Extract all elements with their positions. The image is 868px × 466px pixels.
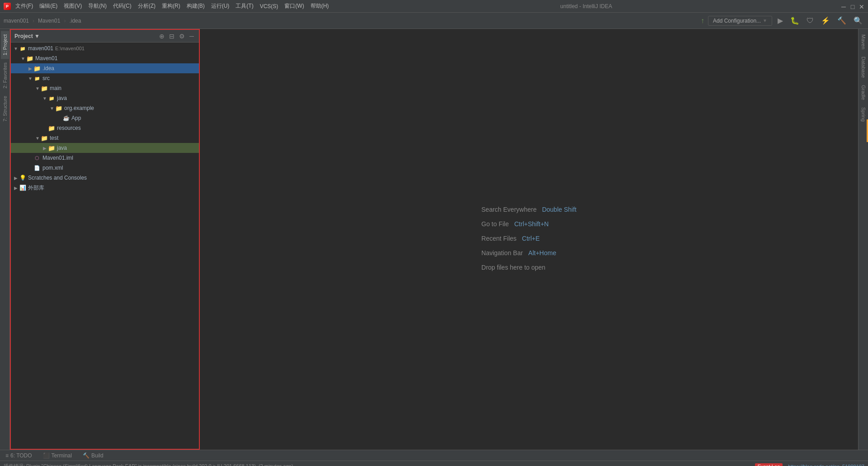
tree-item-idea[interactable]: ▶ 📁 .idea: [11, 63, 199, 73]
menu-view[interactable]: 视图(V): [61, 1, 85, 11]
build-tab[interactable]: 🔨 Build: [81, 452, 105, 460]
menu-edit[interactable]: 编辑(E): [37, 1, 60, 11]
status-right: Event Log https://blog.csdn.net/qq_51808…: [755, 463, 864, 466]
menu-tools[interactable]: 工具(T): [233, 1, 256, 11]
tree-item-scratches[interactable]: ▶ 💡 Scratches and Consoles: [11, 173, 199, 183]
arrow-org-example: ▼: [49, 105, 55, 111]
label-java-main: java: [57, 95, 67, 101]
java-class-icon-app: ☕: [62, 114, 70, 122]
path-maven001: E:\maven001: [55, 46, 85, 51]
menu-file[interactable]: 文件(F): [13, 1, 36, 11]
tree-item-main[interactable]: ▼ 📁 main: [11, 83, 199, 93]
welcome-content: Search Everywhere Double Shift Go to Fil…: [481, 203, 576, 276]
tree-item-maven01[interactable]: ▼ 📁 Maven01: [11, 53, 199, 63]
breadcrumb-sep2: ›: [64, 18, 66, 24]
welcome-row-nav: Navigation Bar Alt+Home: [481, 247, 576, 259]
label-maven01-iml: Maven01.iml: [42, 155, 73, 161]
iml-icon: ⬡: [33, 154, 41, 162]
menu-bar: 文件(F) 编辑(E) 视图(V) 导航(N) 代码(C) 分析(Z) 重构(R…: [13, 1, 331, 11]
breadcrumb-part3[interactable]: .idea: [69, 18, 81, 24]
tree-item-test[interactable]: ▼ 📁 test: [11, 133, 199, 143]
profile-button[interactable]: ⚡: [819, 15, 832, 26]
debug-button[interactable]: 🐛: [788, 15, 801, 26]
project-tree: ▼ 📁 maven001 E:\maven001 ▼ 📁 Maven01 ▶ 📁…: [11, 43, 199, 449]
label-test: test: [50, 135, 58, 141]
minimize-button[interactable]: ─: [841, 4, 846, 9]
intellij-logo: P: [4, 3, 11, 10]
spring-tool-tab[interactable]: Spring: [859, 104, 868, 125]
label-app: App: [71, 115, 81, 121]
menu-build[interactable]: 构建(B): [184, 1, 208, 11]
maximize-button[interactable]: □: [850, 4, 855, 9]
panel-collapse-button[interactable]: ⊟: [168, 33, 175, 40]
project-tool-tab[interactable]: 1: Project: [1, 31, 9, 59]
tree-item-external-lib[interactable]: ▶ 📊 外部库: [11, 183, 199, 193]
menu-help[interactable]: 帮助(H): [308, 1, 332, 11]
bottom-toolbar: ≡ 6: TODO ⬛ Terminal 🔨 Build: [0, 450, 868, 461]
menu-refactor[interactable]: 重构(R): [159, 1, 183, 11]
project-panel-title[interactable]: Project ▼: [14, 33, 156, 39]
search-everywhere-shortcut[interactable]: Double Shift: [542, 203, 576, 216]
terminal-tab[interactable]: ⬛ Terminal: [41, 452, 74, 460]
todo-tab[interactable]: ≡ 6: TODO: [4, 452, 34, 460]
gradle-tool-tab[interactable]: Gradle: [859, 81, 868, 104]
label-idea: .idea: [42, 65, 54, 71]
todo-number: ≡: [5, 452, 9, 459]
folder-icon-org-example: 📁: [55, 105, 62, 112]
tree-item-app[interactable]: ▶ ☕ App: [11, 113, 199, 123]
welcome-row-drop: Drop files here to open: [481, 261, 576, 274]
add-configuration-button[interactable]: Add Configuration... ▼: [708, 16, 772, 26]
tree-item-pom-xml[interactable]: ▶ 📄 pom.xml: [11, 163, 199, 173]
status-url[interactable]: https://blog.csdn.net/qq_51808107: [788, 464, 864, 466]
panel-hide-button[interactable]: ─: [188, 33, 195, 40]
welcome-row-goto: Go to File Ctrl+Shift+N: [481, 218, 576, 230]
favorites-tool-tab[interactable]: 2: Favorites: [1, 59, 9, 92]
main-toolbar: maven001 › Maven01 › .idea ↑ Add Configu…: [0, 13, 868, 29]
tree-item-java-test[interactable]: ▶ 📁 java: [11, 143, 199, 153]
arrow-scratches: ▶: [13, 175, 19, 181]
editor-area: Search Everywhere Double Shift Go to Fil…: [200, 29, 858, 450]
goto-file-label: Go to File: [481, 218, 509, 230]
folder-icon-maven01: 📁: [26, 55, 33, 62]
menu-run[interactable]: 运行(U): [208, 1, 232, 11]
maven-tool-tab[interactable]: Maven: [859, 31, 868, 53]
label-maven01: Maven01: [35, 55, 57, 62]
tree-item-org-example[interactable]: ▼ 📁 org.example: [11, 103, 199, 113]
build-icon: 🔨: [83, 452, 90, 459]
breadcrumb-sep1: ›: [33, 18, 34, 24]
xml-icon: 📄: [33, 164, 41, 171]
database-tool-tab[interactable]: Database: [859, 53, 868, 81]
run-button[interactable]: ▶: [776, 15, 785, 26]
tree-item-resources[interactable]: ▶ 📁 resources: [11, 123, 199, 133]
tree-item-maven001[interactable]: ▼ 📁 maven001 E:\maven001: [11, 43, 199, 53]
tree-item-java-main[interactable]: ▼ 📁 java: [11, 93, 199, 103]
goto-file-shortcut[interactable]: Ctrl+Shift+N: [514, 218, 548, 230]
menu-vcs[interactable]: VCS(S): [257, 2, 281, 10]
folder-icon-maven001: 📁: [19, 45, 26, 52]
breadcrumb-part2[interactable]: Maven01: [38, 18, 60, 24]
tree-item-src[interactable]: ▼ 📁 src: [11, 73, 199, 83]
window-controls: ─ □ ✕: [841, 4, 864, 9]
panel-add-button[interactable]: ⊕: [158, 33, 165, 40]
scratches-icon: 💡: [19, 174, 26, 181]
arrow-java-test: ▶: [42, 145, 48, 151]
lib-icon: 📊: [19, 184, 26, 191]
menu-analyze[interactable]: 分析(Z): [135, 1, 158, 11]
structure-tool-tab[interactable]: 7: Structure: [1, 92, 9, 125]
arrow-idea: ▶: [27, 65, 33, 71]
breadcrumb-part1[interactable]: maven001: [4, 18, 29, 24]
event-log-button[interactable]: Event Log: [755, 463, 783, 466]
build-button[interactable]: 🔨: [835, 15, 848, 26]
menu-navigate[interactable]: 导航(N): [85, 1, 109, 11]
tree-item-maven01-iml[interactable]: ▶ ⬡ Maven01.iml: [11, 153, 199, 163]
search-everywhere-button[interactable]: 🔍: [852, 15, 864, 26]
navigation-bar-shortcut[interactable]: Alt+Home: [528, 247, 557, 259]
menu-window[interactable]: 窗口(W): [282, 1, 307, 11]
menu-code[interactable]: 代码(C): [110, 1, 134, 11]
panel-settings-button[interactable]: ⚙: [178, 33, 185, 40]
search-everywhere-label: Search Everywhere: [481, 203, 537, 216]
terminal-label: Terminal: [52, 452, 72, 459]
coverage-button[interactable]: 🛡: [805, 16, 816, 26]
close-button[interactable]: ✕: [859, 4, 864, 9]
recent-files-shortcut[interactable]: Ctrl+E: [522, 232, 540, 245]
